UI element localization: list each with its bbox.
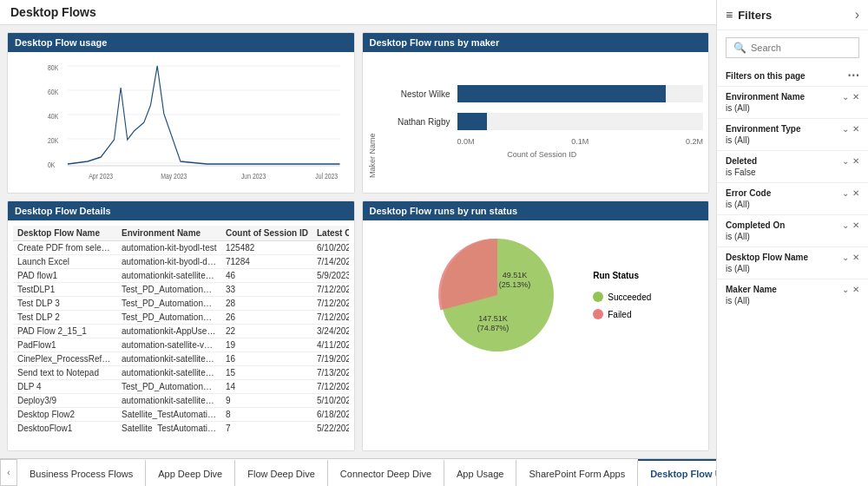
table-cell-12-0: Desktop Flow2: [13, 408, 117, 422]
svg-text:Apr 2023: Apr 2023: [89, 172, 113, 181]
table-cell-6-2: 22: [221, 325, 312, 338]
filter-chevron-2[interactable]: ⌄: [842, 156, 849, 166]
maker-y-axis-label: Maker Name: [368, 62, 377, 178]
filter-clear-5[interactable]: ✕: [852, 253, 859, 262]
table-cell-2-0: PAD flow1: [13, 269, 117, 283]
table-cell-9-3: 7/13/2023 4:30:51 AM: [312, 366, 349, 380]
filter-name-4: Completed On: [726, 220, 785, 230]
details-panel: Desktop Flow Details Desktop Flow Name E…: [7, 200, 355, 451]
pie-container: 49.51K (25.13%) 147.51K (74.87%) Run Sta…: [368, 226, 704, 364]
filter-clear-4[interactable]: ✕: [852, 220, 859, 230]
maker-panel-body: Maker Name Nestor Wilke Na: [363, 52, 709, 187]
col-header-0: Desktop Flow Name: [13, 226, 117, 241]
table-cell-7-3: 4/11/2023 9:40:26 AM: [312, 338, 349, 352]
tab-6[interactable]: Desktop Flow Usage: [638, 459, 716, 486]
filter-item-3: Error Code⌄✕is (All): [717, 182, 868, 214]
maker-x-tick-0: 0.0M: [457, 137, 475, 146]
svg-text:49.51K: 49.51K: [503, 271, 528, 279]
maker-bar-0: [457, 85, 667, 102]
legend-dot-succeeded: [593, 292, 603, 302]
details-title: Desktop Flow Details: [15, 206, 111, 216]
filter-value-5: is (All): [726, 264, 859, 273]
filter-name-0: Environment Name: [726, 92, 805, 102]
table-row: TestDLP1Test_PD_AutomationKit_Satellite3…: [13, 283, 349, 297]
table-row: Deploy3/9automationkit-satellite-dev95/1…: [13, 394, 349, 408]
filters-close-button[interactable]: ›: [855, 7, 859, 23]
table-cell-0-0: Create PDF from selected PDF page(s) - C…: [13, 241, 117, 255]
tab-2[interactable]: Flow Deep Dive: [235, 459, 328, 486]
maker-bar-wrap-1: [457, 113, 704, 130]
filter-clear-0[interactable]: ✕: [852, 92, 859, 102]
table-row: PAD flow1automationkit-satellite-dev465/…: [13, 269, 349, 283]
table-cell-2-3: 5/9/2023 12:04:44 PM: [312, 269, 349, 283]
legend-dot-failed: [593, 309, 603, 319]
pie-chart-svg: 49.51K (25.13%) 147.51K (74.87%): [419, 226, 575, 364]
maker-panel-header: Desktop Flow runs by maker: [363, 33, 709, 52]
legend-item-failed: Failed: [593, 309, 651, 319]
table-cell-11-0: Deploy3/9: [13, 394, 117, 408]
maker-x-axis-label: Count of Session ID: [381, 150, 704, 159]
table-row: PAD Flow 2_15_1automationkit-AppUserCrea…: [13, 325, 349, 338]
table-cell-3-3: 7/12/2023 4:30:45 AM: [312, 283, 349, 297]
table-cell-0-2: 125482: [221, 241, 312, 255]
content-area: Desktop Flows Desktop Flow usage 80K 60K…: [0, 0, 716, 486]
table-row: Create PDF from selected PDF page(s) - C…: [13, 241, 349, 255]
filter-icon: ≡: [726, 8, 733, 22]
filter-clear-2[interactable]: ✕: [852, 156, 859, 166]
filter-chevron-4[interactable]: ⌄: [842, 220, 849, 230]
filter-chevron-0[interactable]: ⌄: [842, 92, 849, 102]
filters-on-page-label: Filters on this page ⋯: [717, 65, 868, 86]
status-panel-header: Desktop Flow runs by run status: [363, 201, 709, 220]
filter-name-5: Desktop Flow Name: [726, 253, 808, 262]
col-header-2: Count of Session ID: [221, 226, 312, 241]
usage-title: Desktop Flow usage: [15, 37, 107, 48]
filter-clear-6[interactable]: ✕: [852, 285, 859, 294]
table-row: PadFlow1automation-satellite-validation1…: [13, 338, 349, 352]
usage-panel: Desktop Flow usage 80K 60K 40K 20K 0K: [7, 32, 355, 194]
table-cell-10-1: Test_PD_AutomationKit_Satellite: [117, 380, 221, 394]
tab-1[interactable]: App Deep Dive: [146, 459, 235, 486]
usage-x-label: Completed On: [48, 187, 340, 187]
table-cell-7-1: automation-satellite-validation: [117, 338, 221, 352]
maker-bar-wrap-0: [457, 85, 704, 102]
filter-value-4: is (All): [726, 232, 859, 241]
table-row: Test DLP 2Test_PD_AutomationKit_Satellit…: [13, 311, 349, 325]
table-wrapper[interactable]: Desktop Flow Name Environment Name Count…: [13, 226, 349, 431]
filter-item-1: Environment Type⌄✕is (All): [717, 118, 868, 150]
main-container: Desktop Flows Desktop Flow usage 80K 60K…: [0, 0, 868, 486]
tab-5[interactable]: SharePoint Form Apps: [516, 459, 638, 486]
table-cell-13-0: DesktopFlow1: [13, 422, 117, 432]
filter-clear-3[interactable]: ✕: [852, 188, 859, 198]
table-cell-12-3: 6/18/2023 10:30:24 AM: [312, 408, 349, 422]
filter-search-input[interactable]: [751, 43, 868, 53]
tab-4[interactable]: App Usage: [444, 459, 516, 486]
filter-clear-1[interactable]: ✕: [852, 124, 859, 134]
table-row: Launch Excelautomation-kit-byodl-demo712…: [13, 255, 349, 269]
filter-chevron-6[interactable]: ⌄: [842, 285, 849, 294]
filters-more-button[interactable]: ⋯: [847, 69, 859, 82]
svg-text:40K: 40K: [48, 112, 59, 121]
table-cell-9-0: Send text to Notepad: [13, 366, 117, 380]
maker-panel: Desktop Flow runs by maker Maker Name Ne…: [362, 32, 710, 194]
filter-chevron-5[interactable]: ⌄: [842, 253, 849, 262]
filter-search-box[interactable]: 🔍: [726, 37, 859, 58]
filter-chevron-1[interactable]: ⌄: [842, 124, 849, 134]
legend-item-succeeded: Succeeded: [593, 292, 651, 302]
svg-text:0K: 0K: [48, 161, 56, 169]
tab-0[interactable]: Business Process Flows: [17, 459, 146, 486]
tab-nav-left[interactable]: ‹: [0, 459, 17, 486]
table-cell-1-0: Launch Excel: [13, 255, 117, 269]
usage-chart: 80K 60K 40K 20K 0K: [13, 57, 349, 187]
table-cell-5-1: Test_PD_AutomationKit_Satellite: [117, 311, 221, 325]
filter-chevron-3[interactable]: ⌄: [842, 188, 849, 198]
table-cell-2-1: automationkit-satellite-dev: [117, 269, 221, 283]
maker-row-1: Nathan Rigby: [381, 113, 704, 130]
table-cell-7-2: 19: [221, 338, 312, 352]
filters-header: ≡ Filters ›: [717, 0, 868, 30]
tab-3[interactable]: Connector Deep Dive: [328, 459, 444, 486]
table-cell-5-3: 7/12/2023 5:21:34 AM: [312, 311, 349, 325]
maker-row-0: Nestor Wilke: [381, 85, 704, 102]
filters-title: Filters: [738, 9, 772, 22]
table-cell-4-0: Test DLP 3: [13, 297, 117, 311]
legend-label-succeeded: Succeeded: [608, 292, 651, 302]
